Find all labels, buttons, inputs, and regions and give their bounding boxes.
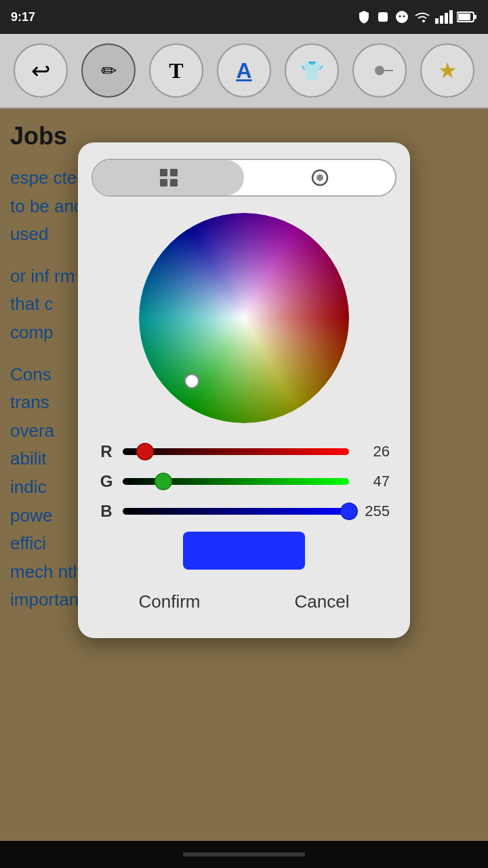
wifi-icon [413, 10, 431, 24]
pencil-button[interactable]: ✏ [81, 43, 136, 98]
tab-switcher[interactable] [92, 159, 396, 197]
red-value: 26 [357, 443, 390, 460]
green-value: 47 [357, 473, 390, 490]
status-left: 9:17 [11, 10, 35, 24]
cat-icon [394, 9, 409, 24]
dialog-buttons: Confirm Cancel [92, 586, 396, 618]
svg-rect-5 [440, 16, 443, 24]
svg-rect-4 [435, 18, 439, 24]
red-slider-track[interactable] [123, 448, 349, 455]
green-slider-track[interactable] [123, 478, 349, 485]
blue-slider-row: B 255 [98, 502, 390, 521]
shirt-button[interactable]: 👕 [285, 43, 339, 98]
red-label: R [98, 442, 115, 461]
svg-rect-10 [474, 15, 476, 19]
sliders-section: R 26 G 47 B 255 [92, 442, 396, 521]
grid-icon [159, 167, 179, 188]
circle-icon [310, 167, 330, 188]
battery-icon [457, 12, 477, 22]
tab-circle[interactable] [244, 160, 395, 195]
color-wheel[interactable] [139, 213, 349, 423]
blue-label: B [98, 502, 115, 521]
font-button[interactable]: A [217, 43, 271, 98]
green-slider-thumb[interactable] [155, 473, 172, 490]
svg-rect-7 [449, 10, 453, 24]
star-button[interactable]: ★ [420, 43, 474, 98]
svg-point-3 [403, 16, 405, 18]
color-wheel-container[interactable] [92, 213, 396, 423]
status-right [357, 9, 477, 24]
green-slider-row: G 47 [98, 472, 390, 491]
status-bar: 9:17 [0, 0, 488, 34]
svg-point-16 [317, 174, 323, 181]
status-time: 9:17 [11, 10, 35, 24]
toolbar: ↩ ✏ T A 👕 ★ [0, 34, 488, 108]
bullet-button[interactable] [352, 43, 407, 98]
svg-rect-14 [170, 179, 178, 186]
undo-button[interactable]: ↩ [14, 43, 68, 98]
svg-rect-13 [160, 179, 167, 186]
svg-rect-0 [378, 12, 388, 22]
svg-rect-12 [170, 169, 178, 176]
notification-icon [375, 9, 390, 24]
svg-rect-11 [160, 169, 167, 176]
red-slider-row: R 26 [98, 442, 390, 461]
tab-grid[interactable] [93, 160, 244, 195]
svg-rect-6 [445, 13, 448, 24]
modal-overlay: R 26 G 47 B 255 [0, 108, 488, 868]
green-label: G [98, 472, 115, 491]
blue-slider-thumb[interactable] [340, 502, 358, 520]
confirm-button[interactable]: Confirm [123, 586, 217, 618]
color-preview [183, 532, 305, 570]
text-button[interactable]: T [149, 43, 203, 98]
blue-value: 255 [357, 502, 390, 520]
svg-rect-9 [458, 14, 470, 20]
color-picker-dialog: R 26 G 47 B 255 [78, 142, 410, 638]
signal-icon [435, 10, 453, 24]
blue-slider-track[interactable] [123, 508, 349, 515]
svg-point-1 [396, 11, 408, 23]
svg-point-2 [399, 16, 401, 18]
red-slider-thumb[interactable] [136, 443, 154, 460]
cancel-button[interactable]: Cancel [279, 586, 366, 618]
shield-icon [357, 9, 371, 24]
